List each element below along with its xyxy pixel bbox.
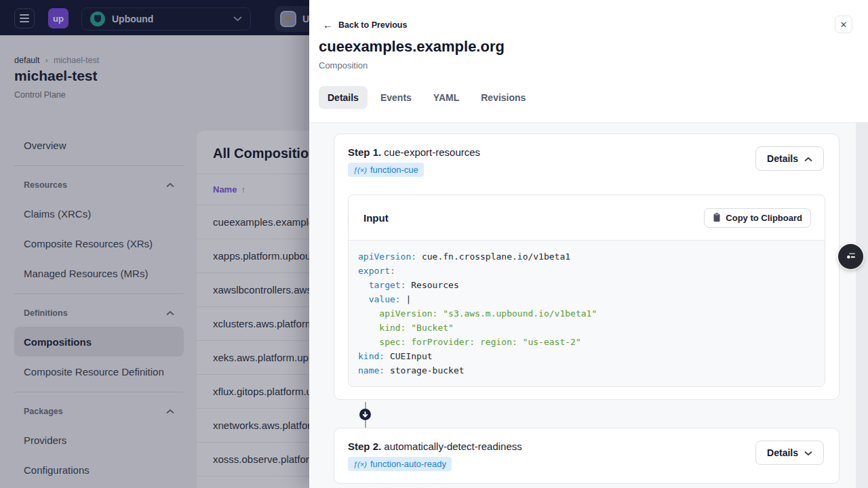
code-line: spec: forProvider: region: "us-east-2" [358,335,815,349]
step-2-name: automatically-detect-readiness [384,441,521,452]
details-button-label: Details [767,447,798,458]
function-icon: ƒ(×) [353,460,367,468]
details-button-label: Details [767,153,798,164]
step-1-title: Step 1. cue-export-resources [348,146,825,158]
floating-widget-button[interactable] [838,244,863,269]
list-icon [844,249,858,264]
code-line: kind: "Bucket" [358,321,815,335]
code-line: apiVersion: cue.fn.crossplane.io/v1beta1 [358,249,815,264]
step-1-details-button[interactable]: Details [755,146,824,171]
back-to-previous-link[interactable]: ← Back to Previous [319,19,411,30]
step-2-label: Step 2. [348,441,381,452]
code-line: kind: CUEInput [358,349,815,363]
step-2-title: Step 2. automatically-detect-readiness [348,441,825,452]
pipeline-step-1-card: Step 1. cue-export-resources ƒ(×) functi… [334,134,840,400]
function-badge-label: function-auto-ready [370,459,446,469]
panel-tabs: DetailsEventsYAMLRevisions [319,86,534,109]
code-line: export: [358,264,815,278]
input-heading: Input [363,212,389,224]
code-block[interactable]: apiVersion: cue.fn.crossplane.io/v1beta1… [349,240,825,386]
composition-kind-subtitle: Composition [319,60,368,70]
input-section-header: Input Copy to Clipboard [349,195,825,240]
copy-button-label: Copy to Clipboard [726,213,802,223]
close-panel-button[interactable]: ✕ [835,16,852,33]
function-badge[interactable]: ƒ(×) function-cue [348,163,424,177]
chevron-down-icon [804,447,812,458]
input-section: Input Copy to Clipboard apiVersion: cue.… [348,195,825,387]
panel-scrollbar-track[interactable] [856,123,868,488]
tab-revisions[interactable]: Revisions [472,86,534,109]
code-line: target: Resources [358,278,815,292]
tab-events[interactable]: Events [372,86,420,109]
step-1-label: Step 1. [348,146,381,158]
panel-content: Step 1. cue-export-resources ƒ(×) functi… [309,122,868,488]
tab-details[interactable]: Details [319,86,368,109]
chevron-up-icon [804,153,812,164]
function-icon: ƒ(×) [353,166,367,174]
code-line: name: storage-bucket [358,363,815,378]
clipboard-icon [713,212,721,224]
function-badge-label: function-cue [370,165,418,175]
pipeline-step-2-card: Step 2. automatically-detect-readiness ƒ… [334,428,840,484]
step-connector-arrow-icon [359,409,371,420]
back-arrow-icon: ← [323,20,333,30]
step-2-details-button[interactable]: Details [755,441,824,465]
function-badge[interactable]: ƒ(×) function-auto-ready [348,457,452,471]
back-link-label: Back to Previous [338,20,407,30]
close-icon: ✕ [840,20,848,30]
step-1-name: cue-export-resources [384,146,480,158]
code-line: value: | [358,292,815,306]
composition-name-title: cueexamples.example.org [319,38,505,56]
copy-to-clipboard-button[interactable]: Copy to Clipboard [704,208,811,228]
composition-detail-panel: ← Back to Previous ✕ cueexamples.example… [309,0,868,488]
tab-yaml[interactable]: YAML [425,86,468,109]
code-line: apiVersion: "s3.aws.m.upbound.io/v1beta1… [358,306,815,321]
